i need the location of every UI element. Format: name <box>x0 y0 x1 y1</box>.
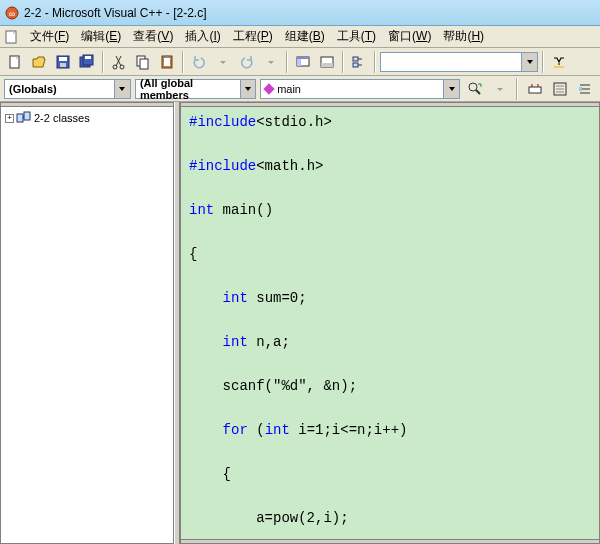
svg-rect-30 <box>24 112 30 120</box>
save-button[interactable] <box>52 51 74 73</box>
window-title: 2-2 - Microsoft Visual C++ - [2-2.c] <box>24 6 207 20</box>
svg-point-25 <box>469 83 477 91</box>
members-combo[interactable]: (All global members <box>135 79 256 99</box>
members-value: (All global members <box>140 77 240 101</box>
scope-value: (Globals) <box>9 83 57 95</box>
action1-button[interactable] <box>524 78 545 100</box>
h-scroll-area[interactable] <box>181 539 599 543</box>
function-combo[interactable]: main <box>260 79 460 99</box>
separator <box>516 78 518 100</box>
cut-button[interactable] <box>108 51 130 73</box>
class-tree[interactable]: + 2-2 classes <box>1 107 173 543</box>
svg-rect-16 <box>165 55 169 58</box>
wiz-dropdown[interactable] <box>489 78 510 100</box>
find-button[interactable] <box>548 51 570 73</box>
menu-f[interactable]: 文件(F) <box>24 27 75 45</box>
separator <box>342 51 344 73</box>
svg-rect-5 <box>59 57 67 61</box>
svg-point-11 <box>120 65 124 69</box>
paste-button[interactable] <box>156 51 178 73</box>
svg-rect-6 <box>60 63 66 67</box>
undo-button[interactable] <box>188 51 210 73</box>
svg-rect-15 <box>164 58 170 66</box>
separator <box>542 51 544 73</box>
undo-dropdown[interactable] <box>212 51 234 73</box>
goto-button[interactable] <box>464 78 485 100</box>
menu-b[interactable]: 组建(B) <box>279 27 331 45</box>
svg-text:∞: ∞ <box>9 9 15 19</box>
app-icon: ∞ <box>4 5 20 21</box>
titlebar: ∞ 2-2 - Microsoft Visual C++ - [2-2.c] <box>0 0 600 26</box>
separator <box>374 51 376 73</box>
separator <box>286 51 288 73</box>
svg-rect-26 <box>529 87 541 93</box>
svg-point-10 <box>113 65 117 69</box>
svg-rect-28 <box>579 87 582 91</box>
main-toolbar <box>0 48 600 76</box>
menubar: 文件(F)编辑(E)查看(V)插入(I)工程(P)组建(B)工具(T)窗口(W)… <box>0 26 600 48</box>
workspace-button[interactable] <box>292 51 314 73</box>
doc-icon <box>4 30 18 44</box>
editor-wrap: #include<stdio.h> #include<math.h> int m… <box>180 102 600 544</box>
class-view-panel: + 2-2 classes <box>0 102 174 544</box>
classes-icon <box>16 111 32 125</box>
class-list-button[interactable] <box>348 51 370 73</box>
menu-e[interactable]: 编辑(E) <box>75 27 127 45</box>
diamond-icon <box>263 83 274 94</box>
svg-rect-21 <box>321 63 333 67</box>
redo-dropdown[interactable] <box>260 51 282 73</box>
scope-combo[interactable]: (Globals) <box>4 79 131 99</box>
svg-rect-19 <box>297 57 309 59</box>
menu-i[interactable]: 插入(I) <box>179 27 226 45</box>
svg-rect-13 <box>140 59 148 69</box>
redo-button[interactable] <box>236 51 258 73</box>
svg-rect-24 <box>554 66 564 68</box>
menu-v[interactable]: 查看(V) <box>127 27 179 45</box>
wizbar: (Globals) (All global members main <box>0 76 600 102</box>
code-editor[interactable]: #include<stdio.h> #include<math.h> int m… <box>181 107 599 539</box>
action2-button[interactable] <box>550 78 571 100</box>
expand-icon[interactable]: + <box>5 114 14 123</box>
copy-button[interactable] <box>132 51 154 73</box>
chevron-down-icon[interactable] <box>240 80 255 98</box>
menu-w[interactable]: 窗口(W) <box>382 27 437 45</box>
chevron-down-icon[interactable] <box>114 80 130 98</box>
separator <box>182 51 184 73</box>
action3-button[interactable] <box>575 78 596 100</box>
separator <box>102 51 104 73</box>
menu-h[interactable]: 帮助(H) <box>437 27 490 45</box>
menu-t[interactable]: 工具(T) <box>331 27 382 45</box>
main-area: + 2-2 classes #include<stdio.h> #include… <box>0 102 600 544</box>
tree-root-item[interactable]: + 2-2 classes <box>5 111 169 125</box>
save-all-button[interactable] <box>76 51 98 73</box>
function-value: main <box>277 83 301 95</box>
svg-rect-23 <box>353 63 358 67</box>
svg-rect-9 <box>85 56 91 59</box>
open-button[interactable] <box>28 51 50 73</box>
new-button[interactable] <box>4 51 26 73</box>
chevron-down-icon[interactable] <box>443 80 459 98</box>
svg-rect-29 <box>17 114 23 122</box>
menu-p[interactable]: 工程(P) <box>227 27 279 45</box>
search-combo[interactable] <box>380 52 538 72</box>
tree-root-label: 2-2 classes <box>34 112 90 124</box>
chevron-down-icon[interactable] <box>521 53 537 71</box>
output-button[interactable] <box>316 51 338 73</box>
svg-rect-22 <box>353 57 358 61</box>
